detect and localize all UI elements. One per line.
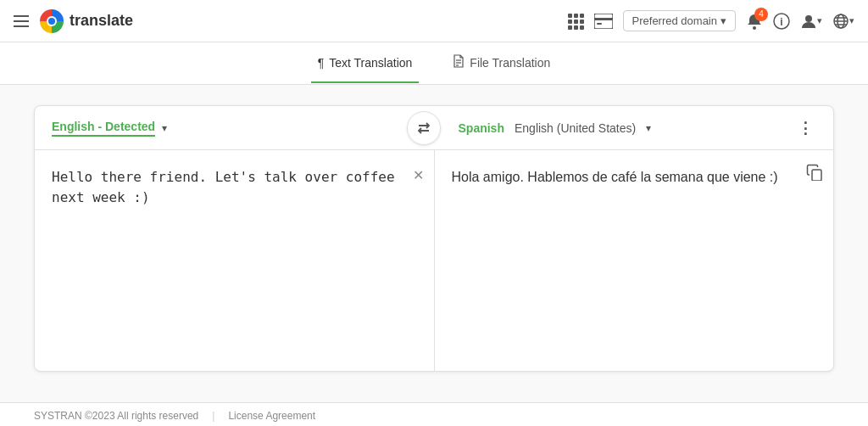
- target-language-chevron[interactable]: ▾: [646, 122, 651, 134]
- license-agreement-link[interactable]: License Agreement: [228, 410, 315, 422]
- logo-text: translate: [70, 12, 133, 30]
- svg-rect-10: [574, 25, 578, 30]
- tab-text-translation[interactable]: ¶ Text Translation: [311, 44, 420, 83]
- translation-card: English - Detected ▾ Spanish English (Un…: [34, 105, 834, 372]
- copy-translation-button[interactable]: [806, 164, 823, 185]
- source-text-section: ✕: [35, 150, 435, 371]
- svg-rect-14: [597, 23, 602, 25]
- swap-languages-button[interactable]: [407, 111, 441, 145]
- svg-rect-11: [580, 25, 584, 30]
- tab-text-translation-label: Text Translation: [329, 56, 412, 70]
- svg-rect-3: [568, 14, 572, 18]
- svg-rect-12: [594, 14, 613, 29]
- notification-icon[interactable]: 4: [746, 13, 763, 30]
- account-icon[interactable]: ▾: [800, 13, 822, 30]
- svg-rect-5: [580, 14, 584, 18]
- svg-point-18: [805, 15, 812, 22]
- header-right: Preferred domain ▾ 4 i ▾: [567, 10, 854, 31]
- logo-icon: [39, 8, 64, 34]
- text-sections: ✕ Hola amigo. Hablemos de café la semana…: [35, 150, 833, 371]
- svg-rect-9: [568, 25, 572, 30]
- target-language-secondary: English (United States): [515, 121, 636, 135]
- globe-icon[interactable]: ▾: [832, 13, 854, 30]
- tab-file-translation-label: File Translation: [470, 56, 550, 70]
- copy-icon: [806, 164, 823, 181]
- language-bar: English - Detected ▾ Spanish English (Un…: [35, 106, 833, 150]
- grid-icon[interactable]: [567, 13, 584, 30]
- svg-text:i: i: [780, 16, 782, 28]
- text-translation-icon: ¶: [318, 56, 325, 70]
- info-icon[interactable]: i: [773, 13, 790, 30]
- svg-rect-13: [594, 18, 613, 20]
- footer-divider: |: [212, 410, 214, 422]
- copyright-text: SYSTRAN ©2023 All rights reserved: [34, 410, 198, 422]
- svg-rect-6: [568, 20, 572, 24]
- source-language-chevron[interactable]: ▾: [162, 122, 167, 134]
- swap-icon: [416, 121, 431, 136]
- main-content: English - Detected ▾ Spanish English (Un…: [0, 85, 868, 402]
- target-text-section: Hola amigo. Hablemos de café la semana q…: [435, 150, 834, 371]
- file-translation-icon: [453, 54, 465, 70]
- clear-text-button[interactable]: ✕: [413, 167, 424, 183]
- header-left: translate: [14, 8, 133, 34]
- svg-rect-7: [574, 20, 578, 24]
- notification-badge: 4: [754, 8, 768, 21]
- app-footer: SYSTRAN ©2023 All rights reserved | Lice…: [0, 402, 868, 426]
- preferred-domain-label: Preferred domain: [632, 14, 717, 27]
- source-language-label: English - Detected: [52, 120, 155, 137]
- target-language-primary: Spanish: [459, 121, 504, 135]
- target-text-output: Hola amigo. Hablemos de café la semana q…: [452, 167, 817, 188]
- preferred-domain-button[interactable]: Preferred domain ▾: [623, 10, 736, 31]
- tab-file-translation[interactable]: File Translation: [446, 42, 557, 84]
- logo: translate: [39, 8, 133, 34]
- svg-point-2: [48, 18, 55, 25]
- source-text-input[interactable]: [52, 167, 417, 330]
- svg-rect-8: [580, 20, 584, 24]
- tab-bar: ¶ Text Translation File Translation: [0, 42, 868, 85]
- source-language-section: English - Detected ▾: [35, 120, 424, 137]
- target-language-section: Spanish English (United States) ▾ ⋮: [424, 119, 834, 137]
- card-icon[interactable]: [594, 14, 613, 29]
- app-header: translate Preferred domain ▾: [0, 0, 868, 42]
- preferred-domain-chevron: ▾: [721, 14, 726, 27]
- svg-rect-4: [574, 14, 578, 18]
- svg-point-15: [753, 26, 756, 30]
- svg-rect-27: [812, 170, 821, 181]
- hamburger-icon[interactable]: [14, 15, 29, 27]
- more-options-button[interactable]: ⋮: [798, 119, 813, 137]
